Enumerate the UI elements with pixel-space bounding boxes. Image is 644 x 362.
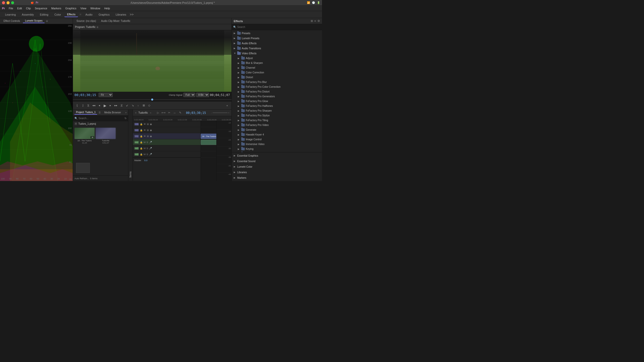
- v1-eye-btn[interactable]: 👁: [144, 135, 146, 138]
- effect-channel[interactable]: ▶ Channel: [232, 65, 322, 70]
- v1-sync-btn[interactable]: ⊞: [147, 135, 149, 138]
- settings-icon[interactable]: ⚙: [317, 19, 320, 23]
- project-tab-media[interactable]: Media Browser: [103, 111, 123, 114]
- effect-fxfactory-color[interactable]: ▶ FxFactory Pro Color Correction: [232, 84, 322, 89]
- a3-m-btn[interactable]: M: [144, 153, 146, 156]
- a2-m-btn[interactable]: M: [144, 147, 146, 150]
- go-to-in-btn[interactable]: ⟩⌊: [86, 103, 91, 108]
- effect-audio-transitions[interactable]: ▶ Audio Transitions: [232, 46, 322, 51]
- ws-color[interactable]: Color: [52, 12, 63, 17]
- a2-lock-btn[interactable]: 🔒: [140, 147, 143, 150]
- effect-presets[interactable]: ▶ Presets: [232, 31, 322, 36]
- v3-lock-btn[interactable]: 🔒: [140, 123, 143, 125]
- ws-effects[interactable]: Effects: [64, 12, 78, 17]
- menu-window[interactable]: Window: [89, 6, 102, 10]
- zoom-slider[interactable]: [213, 112, 228, 113]
- tab-audio-mixer[interactable]: Audio Clip Mixer: Tudorific: [99, 19, 132, 23]
- menu-edit[interactable]: Edit: [15, 6, 24, 10]
- ws-libraries[interactable]: Libraries: [113, 12, 129, 17]
- tab-lumetri-scopes[interactable]: Lumetri Scopes: [23, 19, 44, 23]
- list-view-icon[interactable]: ≡: [314, 19, 316, 23]
- mark-in-btn[interactable]: ⌊: [75, 103, 79, 108]
- menu-graphics[interactable]: Graphics: [64, 6, 78, 10]
- project-tab-main[interactable]: Project: Tudors_1: [74, 110, 97, 115]
- a1-mic-btn[interactable]: 🎤: [149, 141, 152, 144]
- effect-hawaiki-keyer[interactable]: ▶ Hawaiki Keyer 4: [232, 132, 322, 137]
- insert-btn[interactable]: ↙: [125, 103, 129, 108]
- export-btn[interactable]: ⊞: [141, 103, 146, 108]
- a3-lock-btn[interactable]: 🔒: [140, 153, 143, 156]
- effect-fxfactory-glow[interactable]: ▶ FxFactory Pro Glow: [232, 99, 322, 104]
- ws-learning[interactable]: Learning: [3, 12, 18, 17]
- v2-lock-btn[interactable]: 🔒: [140, 129, 143, 131]
- bit-depth-select[interactable]: 8 Bit: [196, 93, 209, 97]
- a1-lock-btn[interactable]: 🔒: [140, 141, 143, 144]
- monitor-menu-icon[interactable]: ≡: [97, 25, 98, 29]
- menu-sequence[interactable]: Sequence: [33, 6, 49, 10]
- track-content[interactable]: 18 - The Tudors [V] 13 - Looking for Squ…: [201, 121, 231, 181]
- thumb-18-tudors[interactable]: 18 18 - The Tudors 31;25: [74, 128, 95, 159]
- playhead-dot[interactable]: [151, 99, 153, 101]
- v2-target-btn[interactable]: ◉: [150, 129, 152, 131]
- ripple-tool[interactable]: ⟷: [161, 111, 166, 115]
- effect-immersive-video[interactable]: ▶ Immersive Video: [232, 142, 322, 147]
- effect-adjust[interactable]: ▶ Adjust: [232, 56, 322, 61]
- project-expand-btn[interactable]: »: [125, 111, 127, 114]
- v1-lock-btn[interactable]: 🔒: [140, 135, 143, 138]
- effect-image-control[interactable]: ▶ Image Control: [232, 137, 322, 142]
- lumetri-color-item[interactable]: ▶ Lumetri Color: [232, 164, 322, 169]
- effect-fxfactory-blur[interactable]: ▶ FxFactory Pro Blur: [232, 80, 322, 84]
- libraries-item[interactable]: ▶ Libraries: [232, 169, 322, 175]
- tl-close-icon[interactable]: ✕: [135, 112, 137, 114]
- lift-btn[interactable]: ↑: [136, 103, 140, 108]
- effect-fxfactory-generators[interactable]: ▶ FxFactory Pro Generators: [232, 94, 322, 99]
- quality-select[interactable]: Full 1/2 1/4: [183, 93, 195, 97]
- effect-blur-sharpen[interactable]: ▶ Blur & Sharpen: [232, 61, 322, 65]
- tab-effect-controls[interactable]: Effect Controls: [2, 19, 22, 23]
- close-button[interactable]: [2, 1, 5, 4]
- minimize-button[interactable]: [7, 1, 10, 4]
- step-fwd-btn[interactable]: ▸▸: [114, 103, 118, 108]
- panel-add-btn[interactable]: +: [225, 103, 229, 108]
- effect-keying[interactable]: ▶ Keying: [232, 147, 322, 151]
- slip-tool[interactable]: ↔: [172, 111, 177, 115]
- v3-eye-btn[interactable]: 👁: [144, 123, 146, 125]
- panel-tab-menu[interactable]: ≡: [46, 19, 48, 23]
- ws-editing[interactable]: Editing: [37, 12, 51, 17]
- step-back-btn[interactable]: ◂◂: [92, 103, 96, 108]
- effect-fxfactory-sharpen[interactable]: ▶ FxFactory Pro Sharpen: [232, 108, 322, 113]
- razor-tool[interactable]: ✂: [167, 111, 171, 115]
- tl-menu-icon[interactable]: ≡: [150, 112, 151, 114]
- v1-target-btn[interactable]: ◉: [150, 135, 152, 138]
- thumb-tudorific[interactable]: Tudorific 4;51;07: [96, 128, 116, 159]
- effect-distort[interactable]: ▶ Distort: [232, 75, 322, 80]
- effect-fxfactory-distort[interactable]: ▶ FxFactory Pro Distort: [232, 89, 322, 94]
- tab-source[interactable]: Source: (no clips): [74, 19, 98, 23]
- selection-tool[interactable]: ▷: [156, 111, 160, 115]
- go-to-out-btn[interactable]: ⌋⟨: [119, 103, 124, 108]
- markers-item[interactable]: ▶ Markers: [232, 175, 322, 180]
- ws-audio[interactable]: Audio: [83, 12, 95, 17]
- effect-generate[interactable]: ▶ Generate: [232, 127, 322, 132]
- a3-s-btn[interactable]: S: [147, 153, 148, 156]
- new-folder-icon[interactable]: ⊞: [311, 19, 313, 23]
- a1-s-btn[interactable]: S: [147, 141, 148, 144]
- effect-color-correction[interactable]: ▶ Color Correction: [232, 70, 322, 75]
- ws-graphics[interactable]: Graphics: [96, 12, 112, 17]
- v3-target-btn[interactable]: ◉: [150, 123, 152, 125]
- a2-mic-btn[interactable]: 🎤: [149, 147, 152, 150]
- effect-lumetri-presets[interactable]: ▶ Lumetri Presets: [232, 36, 322, 41]
- project-search-input[interactable]: [78, 117, 124, 120]
- effect-fxfactory-video[interactable]: ▶ FxFactory Pro Video: [232, 123, 322, 127]
- effect-video-effects[interactable]: ▼ Video Effects: [232, 51, 322, 56]
- play-btn[interactable]: ▶: [103, 103, 107, 108]
- next-frame-btn[interactable]: ▸: [108, 103, 113, 108]
- ws-assembly[interactable]: Assembly: [19, 12, 36, 17]
- v2-eye-btn[interactable]: 👁: [144, 129, 146, 131]
- prev-frame-btn[interactable]: ◂: [97, 103, 102, 108]
- effect-fxfactory-tiling[interactable]: ▶ FxFactory Pro Tiling: [232, 118, 322, 123]
- menu-view[interactable]: View: [79, 6, 88, 10]
- effects-search-input[interactable]: [237, 26, 320, 28]
- a3-mic-btn[interactable]: 🎤: [149, 153, 152, 156]
- menu-help[interactable]: Help: [102, 6, 112, 10]
